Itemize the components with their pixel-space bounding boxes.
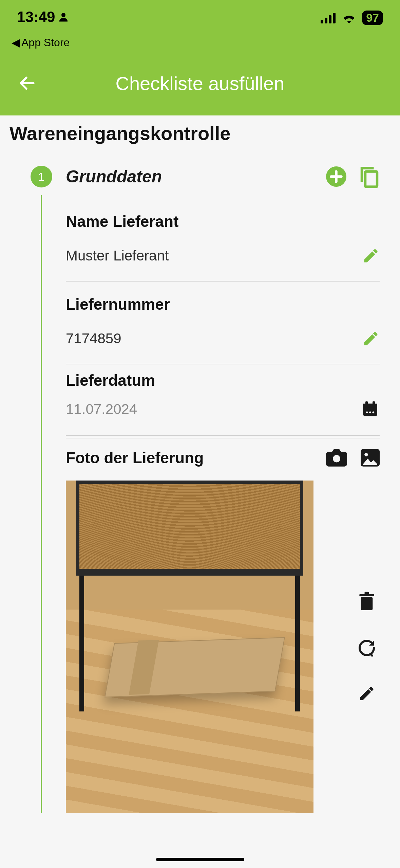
field-delivery-number: Liefernummer 7174859 <box>66 295 380 364</box>
svg-rect-2 <box>325 18 327 23</box>
divider <box>66 364 380 364</box>
svg-point-15 <box>333 455 340 463</box>
svg-rect-3 <box>329 15 331 23</box>
divider <box>66 281 380 282</box>
field-delivery-number-value: 7174859 <box>66 330 121 347</box>
field-supplier-label: Name Lieferant <box>66 212 380 231</box>
edit-photo-button[interactable] <box>358 685 376 702</box>
fields-container: Name Lieferant Muster Lieferant Liefernu… <box>42 195 400 813</box>
svg-rect-1 <box>321 20 323 23</box>
back-to-appstore[interactable]: ◀ App Store <box>0 34 400 51</box>
copy-button[interactable] <box>359 165 380 188</box>
delivery-photo-thumbnail[interactable] <box>66 481 313 813</box>
delete-photo-button[interactable] <box>358 592 376 611</box>
field-photo-header: Foto der Lieferung <box>66 449 380 467</box>
svg-rect-4 <box>333 13 336 23</box>
svg-rect-7 <box>365 171 377 187</box>
divider <box>66 435 380 436</box>
cellular-icon <box>321 13 336 23</box>
svg-point-14 <box>373 412 375 414</box>
section-actions <box>326 165 380 188</box>
status-right: 97 <box>321 8 383 25</box>
field-delivery-number-label: Liefernummer <box>66 295 380 313</box>
edit-delivery-number-button[interactable] <box>362 330 380 347</box>
field-delivery-number-row[interactable]: 7174859 <box>66 330 380 347</box>
svg-rect-9 <box>363 404 377 408</box>
camera-button[interactable] <box>326 449 347 467</box>
section-title: Grunddaten <box>66 167 312 186</box>
svg-point-13 <box>369 412 371 414</box>
svg-point-0 <box>61 13 65 17</box>
person-icon <box>57 11 70 23</box>
field-supplier-value: Muster Lieferant <box>66 248 169 264</box>
wifi-icon <box>342 13 357 23</box>
content-area: 1 Grunddaten Name Lieferant Muster Liefe… <box>0 158 400 813</box>
svg-point-17 <box>364 453 368 456</box>
divider <box>66 438 380 438</box>
status-bar: 13:49 97 <box>0 0 400 34</box>
datepicker-button[interactable] <box>361 400 380 419</box>
svg-rect-11 <box>373 401 375 405</box>
timeline: Name Lieferant Muster Lieferant Liefernu… <box>0 195 400 813</box>
gallery-button[interactable] <box>361 449 380 467</box>
app-header: Checkliste ausfüllen <box>0 51 400 115</box>
status-left: 13:49 <box>17 8 70 25</box>
field-delivery-date-value: 11.07.2024 <box>66 401 137 417</box>
svg-point-12 <box>366 412 368 414</box>
page-subtitle: Wareneingangskontrolle <box>0 115 400 158</box>
app-header-title: Checkliste ausfüllen <box>14 72 386 94</box>
field-delivery-date: Lieferdatum 11.07.2024 <box>66 371 380 438</box>
field-delivery-date-label: Lieferdatum <box>66 371 380 390</box>
section-header: 1 Grunddaten <box>0 158 400 195</box>
svg-rect-20 <box>365 592 369 594</box>
svg-rect-18 <box>361 597 373 610</box>
home-indicator[interactable] <box>156 858 244 861</box>
back-caret-icon: ◀ <box>12 36 20 49</box>
field-delivery-date-row[interactable]: 11.07.2024 <box>66 400 380 419</box>
field-supplier-row[interactable]: Muster Lieferant <box>66 247 380 265</box>
rotate-photo-button[interactable] <box>357 638 376 657</box>
battery-badge: 97 <box>362 11 383 25</box>
back-appstore-label: App Store <box>21 36 70 49</box>
status-time-text: 13:49 <box>17 8 55 25</box>
svg-rect-19 <box>359 594 374 596</box>
photo-thumbnail-actions <box>357 592 380 702</box>
step-number-badge: 1 <box>31 166 52 187</box>
field-supplier: Name Lieferant Muster Lieferant <box>66 212 380 282</box>
status-time: 13:49 <box>17 8 70 25</box>
edit-supplier-button[interactable] <box>362 247 380 265</box>
svg-rect-10 <box>365 401 368 405</box>
add-button[interactable] <box>326 166 346 187</box>
field-photo-label: Foto der Lieferung <box>66 449 204 467</box>
photo-row <box>66 481 380 813</box>
photo-header-actions <box>326 449 380 467</box>
